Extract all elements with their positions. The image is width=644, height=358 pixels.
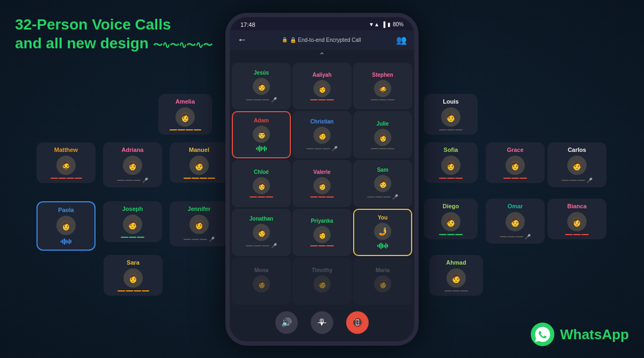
- battery-icon: ▮: [387, 21, 391, 27]
- soundwave-adam: [256, 145, 267, 152]
- phone-controls: 🔊 🎙 📵: [230, 307, 414, 341]
- status-priyanka: [310, 245, 334, 246]
- avatar-priyanka: 👩: [313, 226, 331, 243]
- avatar-jesus: 🧑: [253, 78, 270, 95]
- avatar-you: 🤳: [374, 223, 391, 240]
- end-call-button[interactable]: 📵: [346, 311, 369, 334]
- participant-aaliyah[interactable]: Aaliyah 👩: [292, 63, 352, 110]
- status-chloe: [250, 196, 273, 198]
- status-icons: ▼▲ ▐ ▮ 80%: [369, 21, 404, 27]
- call-title: 🔒 🔒 End-to-end Encrypted Call: [282, 37, 361, 43]
- headline: 32-Person Voice Calls and all new design…: [15, 15, 212, 53]
- status-valerie: [310, 196, 334, 198]
- participant-name-aaliyah: Aaliyah: [312, 72, 332, 78]
- status-sam: 🎤: [367, 194, 398, 200]
- avatar-christian: 🧑: [313, 127, 331, 144]
- mute-icon-christian: 🎤: [332, 146, 338, 151]
- whatsapp-logo: WhatsApp: [531, 323, 629, 346]
- mute-button[interactable]: 🎙: [311, 311, 333, 334]
- participant-name-mona: Mona: [254, 267, 268, 273]
- participant-adam[interactable]: Adam 👨: [232, 111, 291, 158]
- call-header: ← 🔒 🔒 End-to-end Encrypted Call 👥: [230, 30, 414, 50]
- avatar-timothy: 🧑: [313, 275, 331, 293]
- call-grid: Jesús 🧑 🎤 Aaliyah 👩 Stephen 🧔 Adam 👨: [230, 61, 414, 307]
- avatar-adam: 👨: [253, 126, 270, 143]
- participant-name-valerie: Valerie: [313, 169, 331, 175]
- participant-name-maria: Maria: [376, 267, 390, 273]
- status-stephen: [371, 99, 394, 100]
- participant-jonathan[interactable]: Jonathan 🧑 🎤: [232, 209, 291, 256]
- participant-priyanka[interactable]: Priyanka 👩: [292, 209, 352, 256]
- avatar-valerie: 👩: [313, 177, 331, 194]
- participant-you[interactable]: You 🤳: [353, 209, 412, 256]
- status-julie: [371, 148, 394, 149]
- avatar-stephen: 🧔: [374, 80, 391, 97]
- status-you: [377, 242, 388, 250]
- time: 17:48: [240, 21, 255, 28]
- avatar-julie: 👩: [374, 129, 391, 146]
- status-jesus: 🎤: [246, 97, 277, 103]
- participant-name-julie: Julie: [377, 121, 389, 127]
- participant-timothy[interactable]: Timothy 🧑: [292, 258, 352, 305]
- back-button[interactable]: ←: [237, 34, 247, 46]
- status-jonathan: 🎤: [246, 243, 277, 249]
- whatsapp-icon: [531, 323, 554, 346]
- signal-icon: ▼▲: [369, 21, 379, 27]
- avatar-sam: 🧑: [374, 175, 391, 192]
- participant-name-timothy: Timothy: [312, 267, 333, 273]
- participant-name-chloe: Chloé: [254, 169, 269, 175]
- soundwave-you: [377, 242, 388, 250]
- battery-percent: 80%: [393, 21, 404, 27]
- status-bar: 17:48 ▼▲ ▐ ▮ 80%: [230, 17, 414, 30]
- participant-name-priyanka: Priyanka: [311, 218, 333, 224]
- soundwave-icon: 〜∿〜∿〜∿〜: [153, 40, 212, 50]
- headline-line1: 32-Person Voice Calls: [15, 15, 212, 34]
- participant-christian[interactable]: Christian 🧑 🎤: [292, 111, 352, 158]
- participant-name-jesus: Jesús: [254, 70, 269, 76]
- participant-mona[interactable]: Mona 👩: [232, 258, 291, 305]
- add-person-button[interactable]: 👥: [396, 35, 407, 45]
- status-adam: [256, 145, 267, 152]
- avatar-aaliyah: 👩: [313, 80, 331, 97]
- wifi-icon: ▐: [382, 21, 385, 27]
- participant-name-you: You: [378, 215, 387, 221]
- avatar-jonathan: 🧑: [253, 224, 270, 241]
- participant-jesus[interactable]: Jesús 🧑 🎤: [232, 63, 291, 110]
- avatar-mona: 👩: [253, 275, 270, 293]
- participant-julie[interactable]: Julie 👩: [353, 111, 412, 158]
- participant-name-christian: Christian: [310, 119, 333, 125]
- participant-name-jonathan: Jonathan: [250, 216, 273, 222]
- avatar-maria: 👩: [374, 275, 391, 293]
- headline-line2: and all new design 〜∿〜∿〜∿〜: [15, 34, 212, 53]
- participant-name-stephen: Stephen: [372, 72, 393, 78]
- avatar-chloe: 👩: [253, 177, 270, 194]
- lock-icon: 🔒: [282, 37, 288, 42]
- status-aaliyah: [310, 99, 334, 100]
- participant-chloe[interactable]: Chloé 👩: [232, 160, 291, 207]
- status-christian: 🎤: [306, 146, 338, 151]
- whatsapp-label: WhatsApp: [560, 326, 629, 343]
- participant-maria[interactable]: Maria 👩: [353, 258, 412, 305]
- participant-valerie[interactable]: Valerie 👩: [292, 160, 352, 207]
- mute-icon-jonathan: 🎤: [271, 243, 277, 249]
- participant-stephen[interactable]: Stephen 🧔: [353, 63, 412, 110]
- participant-name-sam: Sam: [377, 167, 388, 173]
- scroll-up-indicator: ⌃: [230, 50, 414, 61]
- participant-name-adam: Adam: [254, 118, 269, 123]
- speaker-button[interactable]: 🔊: [275, 311, 298, 334]
- mute-icon-sam: 🎤: [392, 194, 398, 200]
- mute-icon-jesus: 🎤: [271, 97, 277, 103]
- phone-frame: 17:48 ▼▲ ▐ ▮ 80% ← 🔒 🔒 End-to-end Encryp…: [225, 13, 419, 346]
- participant-sam[interactable]: Sam 🧑 🎤: [353, 160, 412, 207]
